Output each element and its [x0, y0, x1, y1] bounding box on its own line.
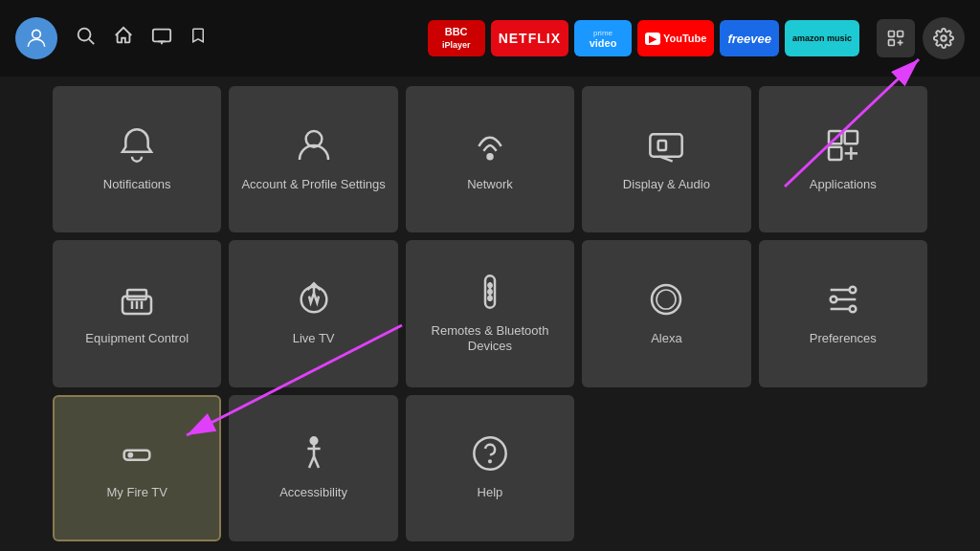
tile-network-label: Network: [467, 177, 513, 193]
tile-applications-label: Applications: [810, 177, 877, 193]
tile-preferences-label: Preferences: [810, 331, 877, 347]
equipment-control-icon: [118, 280, 156, 323]
tile-display-audio[interactable]: Display & Audio: [582, 86, 750, 232]
netflix-app[interactable]: NETFLIX: [491, 20, 568, 56]
svg-rect-18: [829, 131, 841, 143]
tile-equipment-control[interactable]: Equipment Control: [53, 240, 221, 386]
svg-point-45: [310, 438, 317, 445]
svg-rect-19: [844, 131, 857, 143]
accessibility-icon: [295, 434, 333, 477]
svg-line-48: [309, 457, 314, 469]
settings-grid: Notifications Account & Profile Settings…: [0, 77, 980, 551]
youtube-app[interactable]: ▶ YouTube: [637, 20, 714, 56]
svg-point-41: [830, 297, 836, 303]
applications-icon: [824, 126, 862, 169]
tile-account-profile[interactable]: Account & Profile Settings: [229, 86, 397, 232]
my-fire-tv-icon: [118, 434, 156, 477]
header-apps: BBCiPlayer NETFLIX prime video ▶ YouTube…: [428, 20, 859, 56]
tile-alexa[interactable]: Alexa: [582, 240, 750, 386]
live-tv-icon: [295, 280, 333, 323]
tile-network[interactable]: Network: [406, 86, 574, 232]
bookmark-icon[interactable]: [189, 25, 207, 52]
svg-line-2: [89, 39, 94, 44]
tv-icon[interactable]: [151, 25, 172, 52]
svg-rect-24: [127, 290, 146, 299]
header: BBCiPlayer NETFLIX prime video ▶ YouTube…: [0, 0, 980, 77]
tile-live-tv[interactable]: Live TV: [229, 240, 397, 386]
svg-point-13: [487, 154, 492, 159]
amazon-music-app[interactable]: amazon music: [785, 20, 859, 56]
tile-accessibility[interactable]: Accessibility: [229, 395, 397, 541]
svg-rect-3: [153, 30, 170, 42]
svg-point-33: [488, 290, 491, 293]
notifications-icon: [118, 126, 156, 169]
header-actions: [877, 17, 965, 59]
tile-alexa-label: Alexa: [651, 331, 682, 347]
svg-point-50: [474, 438, 505, 470]
help-icon: [471, 434, 509, 477]
tile-help[interactable]: Help: [406, 395, 574, 541]
tile-remotes-bluetooth[interactable]: Remotes & Bluetooth Devices: [406, 240, 574, 386]
svg-point-40: [849, 287, 856, 294]
network-icon: [471, 126, 509, 169]
tile-display-audio-label: Display & Audio: [623, 177, 710, 193]
svg-point-44: [129, 453, 132, 456]
bbc-iplayer-app[interactable]: BBCiPlayer: [428, 20, 485, 56]
tile-help-label: Help: [478, 485, 503, 501]
svg-point-1: [78, 29, 91, 41]
tile-live-tv-label: Live TV: [293, 331, 335, 347]
search-icon[interactable]: [75, 25, 96, 52]
svg-rect-7: [898, 32, 903, 37]
svg-rect-20: [829, 146, 841, 159]
tile-preferences[interactable]: Preferences: [759, 240, 927, 386]
svg-point-42: [849, 306, 856, 313]
remotes-bluetooth-icon: [471, 273, 509, 316]
tile-notifications-label: Notifications: [103, 177, 171, 193]
tile-accessibility-label: Accessibility: [279, 485, 347, 501]
svg-point-36: [657, 290, 676, 309]
prime-video-app[interactable]: prime video: [574, 20, 632, 56]
tile-equipment-control-label: Equipment Control: [85, 331, 189, 347]
tile-notifications[interactable]: Notifications: [53, 86, 221, 232]
svg-point-51: [489, 461, 491, 463]
tile-my-fire-tv-label: My Fire TV: [107, 485, 167, 501]
grid-button[interactable]: [877, 19, 915, 57]
display-audio-icon: [647, 126, 685, 169]
home-icon[interactable]: [113, 25, 134, 52]
preferences-icon: [824, 280, 862, 323]
tile-account-profile-label: Account & Profile Settings: [241, 177, 385, 193]
svg-rect-17: [658, 141, 666, 150]
alexa-icon: [647, 280, 685, 323]
svg-line-49: [314, 457, 319, 469]
svg-point-32: [488, 283, 491, 286]
svg-point-11: [941, 35, 947, 41]
account-profile-icon: [295, 126, 333, 169]
avatar[interactable]: [15, 17, 57, 59]
freevee-app[interactable]: freevee: [720, 20, 779, 56]
header-left: [15, 17, 207, 59]
tile-my-fire-tv[interactable]: My Fire TV: [53, 395, 221, 541]
svg-point-0: [33, 30, 41, 38]
svg-rect-6: [889, 32, 895, 37]
tile-applications[interactable]: Applications: [759, 86, 927, 232]
tile-remotes-bluetooth-label: Remotes & Bluetooth Devices: [415, 323, 565, 356]
svg-point-34: [488, 297, 491, 299]
svg-rect-8: [889, 40, 895, 46]
settings-button[interactable]: [923, 17, 965, 59]
